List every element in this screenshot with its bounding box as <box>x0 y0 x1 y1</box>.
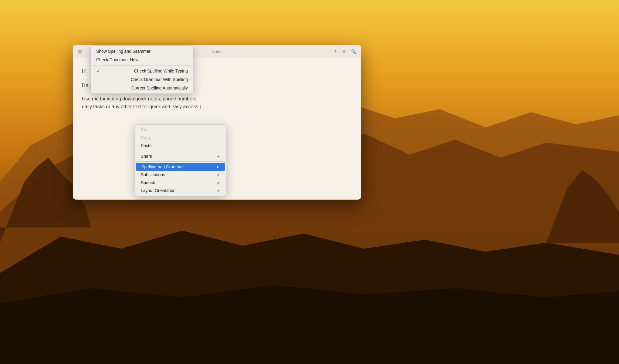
spelling-arrow-icon: ► <box>216 165 220 169</box>
close-button[interactable]: × <box>78 49 82 54</box>
menu-separator-2 <box>135 161 226 162</box>
submenu-item-correct-auto[interactable]: Correct Spelling Automatically <box>91 84 193 92</box>
menu-item-layout[interactable]: Layout Orientation ► <box>135 187 226 194</box>
menu-item-share[interactable]: Share ► <box>135 152 226 160</box>
toolbar-icons: + ≡ 🔍 <box>334 48 356 55</box>
notes-line3-4: Use me for writing down quick notes, pho… <box>82 95 352 110</box>
speech-arrow-icon: ► <box>217 181 220 184</box>
window-title: Notes <box>211 49 223 54</box>
menu-item-spelling[interactable]: Spelling and Grammar ► <box>136 163 225 171</box>
submenu-separator-1 <box>91 65 193 66</box>
checkmark-icon: ✓ <box>96 69 100 73</box>
submenu-item-check-now[interactable]: Check Document Now <box>91 56 193 64</box>
spelling-submenu: Show Spelling and Grammar Check Document… <box>90 46 194 94</box>
menu-separator-1 <box>135 151 226 151</box>
substitutions-arrow-icon: ► <box>217 173 220 177</box>
add-note-icon[interactable]: + <box>334 48 337 55</box>
list-icon[interactable]: ≡ <box>342 48 346 55</box>
menu-item-substitutions[interactable]: Substitutions ► <box>135 171 226 179</box>
submenu-item-check-typing[interactable]: ✓ Check Spelling While Typing <box>91 67 193 75</box>
menu-item-paste[interactable]: Paste <box>135 142 226 150</box>
search-icon[interactable]: 🔍 <box>351 49 356 54</box>
submenu-item-show-spelling[interactable]: Show Spelling and Grammar <box>91 47 193 56</box>
submenu-item-check-grammar[interactable]: Check Grammar With Spelling <box>91 75 193 84</box>
menu-item-copy[interactable]: Copy <box>135 134 226 142</box>
menu-item-cut[interactable]: Cut <box>135 126 226 134</box>
context-menu: Cut Copy Paste Share ► Spelling and Gram… <box>135 124 226 196</box>
layout-arrow-icon: ► <box>217 189 220 192</box>
share-arrow-icon: ► <box>217 154 220 158</box>
menu-item-speech[interactable]: Speech ► <box>135 179 226 187</box>
